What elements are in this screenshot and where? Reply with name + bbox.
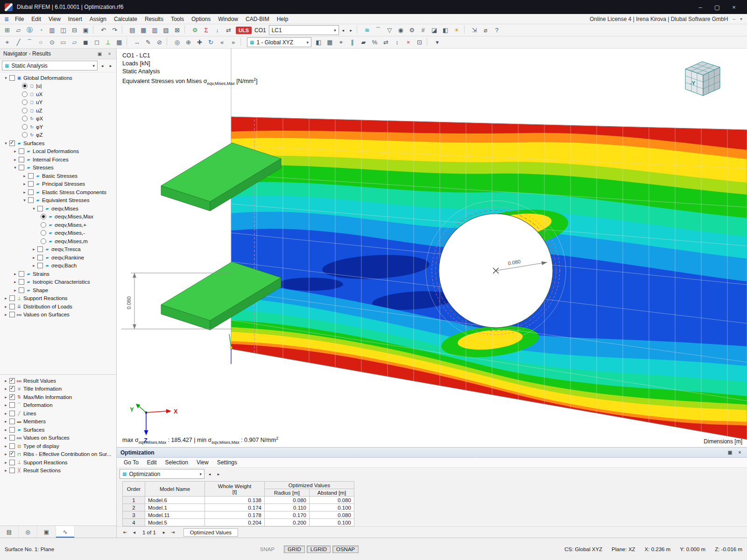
expander-icon[interactable] [3,395,9,399]
tree-control[interactable] [19,287,24,293]
col-header-abstand[interactable]: Abstand [m] [310,489,354,497]
prev-view-icon[interactable]: « [217,37,227,48]
expander-icon[interactable] [31,247,37,252]
tree-item[interactable]: Principal Stresses [0,180,116,189]
expander-icon[interactable] [3,411,9,416]
support-tool-icon[interactable]: ⊥ [103,37,113,48]
table-row[interactable]: 2 Model.1 0.174 0.110 0.100 [123,504,354,511]
next-optimization-button[interactable]: ▸ [215,469,222,479]
table-row[interactable]: 4 Model.5 0.204 0.200 0.100 [123,519,354,526]
zoom-in-icon[interactable]: ⊕ [183,37,194,48]
close-panel-icon[interactable]: × [106,51,113,56]
snap-toggle[interactable]: SNAP [260,546,275,552]
col-header-whole-weight[interactable]: Whole Weight [t] [205,482,265,497]
tree-item[interactable]: Global Deformations [0,74,116,82]
save-icon[interactable]: ◫ [58,25,69,35]
next-analysis-button[interactable]: ▸ [107,61,114,70]
expander-icon[interactable] [3,386,9,391]
move-icon[interactable]: ↕ [392,37,402,48]
status-toggle[interactable]: LGRID [307,546,331,553]
stress-plot-canvas[interactable]: 0.080 0.080 X Y Z [117,49,747,447]
tree-control[interactable] [22,83,28,89]
tree-control[interactable] [37,263,43,268]
optimization-menu-item[interactable]: View [192,459,213,466]
tree-control[interactable] [9,394,15,400]
tree-control[interactable] [9,411,15,416]
mdi-minimize-icon[interactable]: – [733,16,735,21]
coordinate-system-combo[interactable]: ▦ 1 - Global XYZ ▾ [247,37,311,47]
new-model-icon[interactable]: ⊞ [2,25,13,35]
menu-item[interactable]: Results [141,15,167,23]
first-page-button[interactable]: ⇤ [121,530,129,535]
menu-item[interactable]: Calculate [110,15,141,23]
pan-icon[interactable]: ✚ [194,37,205,48]
tree-control[interactable] [22,108,28,113]
tree-item[interactable]: Elastic Stress Components [0,188,116,196]
plane-icon[interactable]: ▰ [358,37,369,48]
tree-control[interactable] [22,124,28,130]
work-plane-icon[interactable]: ◧ [313,37,324,48]
menu-item[interactable]: CAD-BIM [242,15,273,23]
panels-icon[interactable]: ▥ [47,25,57,35]
tree-item[interactable]: Surfaces [0,426,116,434]
tree-control[interactable] [9,386,15,392]
percent-icon[interactable]: % [369,37,380,48]
tree-control[interactable] [41,230,46,236]
tree-control[interactable] [9,443,15,449]
menu-item[interactable]: View [45,15,64,23]
tree-item[interactable]: φX [0,115,116,123]
display-options-icon[interactable]: ⊡ [414,37,425,48]
report-icon[interactable]: ▧ [161,25,171,35]
expander-icon[interactable] [12,272,18,276]
tree-control[interactable] [9,451,15,457]
tree-item[interactable]: Shape [0,286,116,294]
optimization-menu-item[interactable]: Settings [213,459,241,466]
model-viewport[interactable]: 0.080 0.080 X Y Z [117,49,747,447]
tree-control[interactable] [37,255,43,260]
tree-control[interactable] [37,246,43,252]
expander-icon[interactable] [3,468,9,473]
clip-plane-icon[interactable]: ◪ [429,25,440,35]
optimization-table[interactable]: Order Model Name Whole Weight [t] Optimi… [122,481,354,526]
col-header-optimized-values[interactable]: Optimized Values [265,482,354,489]
tree-item[interactable]: φZ [0,131,116,140]
tree-control[interactable] [37,206,43,211]
tree-item[interactable]: Strains [0,270,116,278]
work-plane-status[interactable]: Plane: XZ [612,546,635,552]
tab-results-navigator[interactable]: ∿ [56,526,75,538]
tree-control[interactable] [28,197,34,203]
zoom-icon[interactable]: ◎ [172,37,183,48]
loads-icon[interactable]: ↓ [212,25,223,35]
tree-item[interactable]: Max/Min Information [0,393,116,401]
solid-tool-icon[interactable]: ◼ [80,37,91,48]
tree-control[interactable] [22,91,28,97]
tree-item[interactable]: σeqv,Tresca [0,245,116,254]
next-view-icon[interactable]: » [228,37,239,48]
tree-item[interactable]: Ribs - Effective Contribution on Sur... [0,450,116,459]
tree-item[interactable]: σeqv,Mises,Max [0,213,116,221]
expander-icon[interactable] [3,452,9,456]
tree-control[interactable] [41,238,46,244]
expander-icon[interactable] [12,149,18,154]
next-page-button[interactable]: ▸ [160,530,168,535]
file-menu-icon[interactable]: ≣ [2,16,11,22]
tree-control[interactable] [9,295,15,301]
navigation-cube[interactable]: -Y [685,62,720,96]
col-header-order[interactable]: Order [123,482,145,497]
expander-icon[interactable] [3,460,9,465]
menu-item[interactable]: Assign [86,15,110,23]
member-tool-icon[interactable]: ▭ [58,37,69,48]
sun-icon[interactable]: ☀ [451,25,462,35]
tree-control[interactable] [19,165,24,170]
expander-icon[interactable] [12,157,18,162]
tree-control[interactable] [41,222,46,228]
tab-visibilities-navigator[interactable]: ▣ [37,526,56,538]
float-panel-icon[interactable]: ▣ [96,51,103,56]
visibility-icon[interactable]: ◉ [395,25,406,35]
expander-icon[interactable] [12,165,18,170]
load-cases-icon[interactable]: ⇄ [223,25,234,35]
tree-control[interactable] [9,75,15,81]
menu-item[interactable]: Edit [28,15,45,23]
tree-control[interactable] [9,304,15,309]
grid-settings-icon[interactable]: ▦ [324,37,335,48]
